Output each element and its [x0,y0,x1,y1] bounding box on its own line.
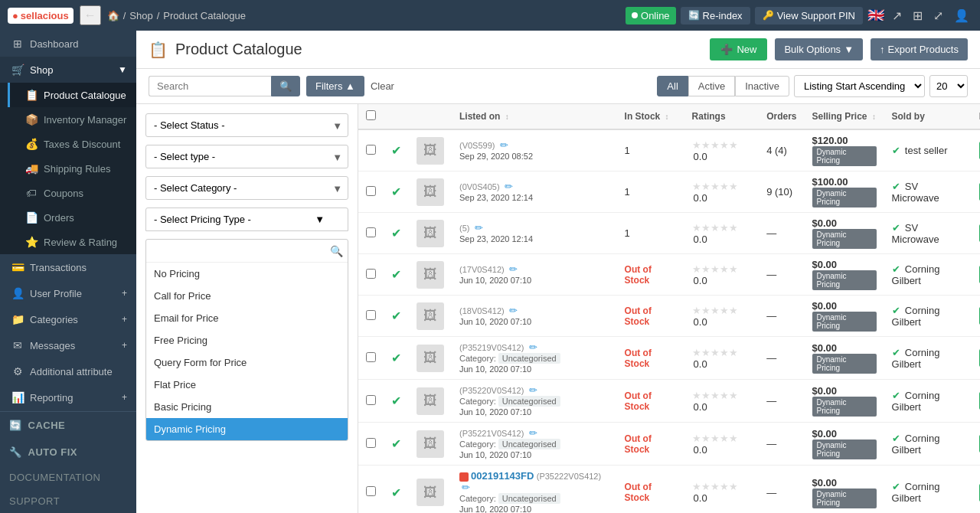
sidebar-item-taxes-discount[interactable]: 💰 Taxes & Discount [8,132,136,156]
out-of-stock-label: Out of Stock [625,348,652,369]
new-button[interactable]: ➕ New [710,38,767,60]
row-checkbox[interactable] [366,395,376,405]
row-checkbox-cell [358,466,384,514]
tab-active[interactable]: Active [688,76,735,96]
sidebar-item-product-catalogue[interactable]: 📋 Product Catalogue [8,83,136,107]
product-link[interactable]: 002191143FD [471,470,534,482]
autofix-button[interactable]: 🔧 AUTO FIX [0,439,136,466]
flag-icon[interactable]: 🇬🇧 [867,7,884,24]
col-listed-on[interactable]: Listed on ↕ [452,104,617,129]
chevron-icon: ▼ [118,64,127,75]
option-basic-pricing[interactable]: Basic Pricing [146,396,348,418]
option-flat-price[interactable]: Flat Price [146,374,348,396]
product-image-placeholder: 🖼 [423,184,437,200]
filters-button[interactable]: Filters ▲ [306,76,364,96]
option-call-for-price[interactable]: Call for Price [146,285,348,307]
row-checkbox[interactable] [366,227,376,237]
row-checkbox[interactable] [366,269,376,279]
type-filter[interactable]: - Select type - [145,145,348,168]
back-button[interactable]: ← [80,5,101,25]
option-email-for-price[interactable]: Email for Price [146,307,348,329]
sidebar-item-categories[interactable]: 📁 Categories + [0,306,136,332]
clear-button[interactable]: Clear [371,80,394,92]
col-status [384,104,409,129]
sidebar-item-user-profile[interactable]: 👤 User Profile + [0,280,136,306]
row-orders-cell: — [759,423,804,466]
star-icon: ★ [701,181,710,192]
sidebar-item-dashboard[interactable]: ⊞ Dashboard [0,31,136,57]
option-no-pricing[interactable]: No Pricing [146,263,348,285]
row-product-cell: 002191143FD (P35222V0S412) ✏ Category: U… [452,466,617,514]
pricing-type-badge: Dynamic Pricing [812,188,877,207]
row-checkbox[interactable] [366,486,376,496]
edit-icon[interactable]: ✏ [529,384,537,396]
sidebar-item-transactions[interactable]: 💳 Transactions [0,254,136,280]
search-input[interactable] [149,76,271,96]
sidebar-item-reporting[interactable]: 📊 Reporting + [0,384,136,410]
option-free-pricing[interactable]: Free Pricing [146,329,348,351]
row-thumb-cell: 🖼 [409,380,452,423]
online-status-button[interactable]: Online [626,7,676,25]
orders-value: — [766,487,776,498]
row-thumb-cell: 🖼 [409,254,452,296]
grid-icon[interactable]: ⊞ [910,7,926,25]
user-icon[interactable]: 👤 [951,7,972,25]
edit-icon[interactable]: ✏ [500,139,508,151]
col-in-stock[interactable]: In Stock ↕ [617,104,684,129]
logo[interactable]: ● sellacious [8,8,74,24]
col-selling-price[interactable]: Selling Price ↕ [805,104,884,129]
reindex-button[interactable]: 🔄 Re-index [681,7,750,25]
documentation-link[interactable]: DOCUMENTATION [0,466,136,489]
category-filter[interactable]: - Select Category - [145,176,348,200]
sidebar-item-inventory-manager[interactable]: 📦 Inventory Manager [8,107,136,132]
sidebar-item-messages[interactable]: ✉ Messages + [0,332,136,358]
sidebar-item-shipping-rules[interactable]: 🚚 Shipping Rules [8,156,136,181]
tab-inactive[interactable]: Inactive [735,76,789,96]
sidebar-item-coupons[interactable]: 🏷 Coupons [8,181,136,205]
per-page-select[interactable]: 20 50 100 [929,75,968,97]
edit-icon[interactable]: ✏ [505,181,513,192]
row-checkbox-cell [358,296,384,337]
external-link-icon[interactable]: ↗ [889,7,905,25]
product-sku: (P35222V0S412) [537,472,601,481]
filter-bar: 🔍 Filters ▲ Clear All Active Inactive Li… [136,69,980,104]
select-all-checkbox[interactable] [366,110,376,120]
support-pin-button[interactable]: 🔑 View Support PIN [755,7,863,25]
home-icon[interactable]: 🏠 [107,10,119,21]
row-checkbox[interactable] [366,186,376,196]
sidebar-item-shop[interactable]: 🛒 Shop ▼ [0,57,136,83]
category-label: Category: [459,397,498,406]
edit-icon[interactable]: ✏ [509,305,518,316]
sidebar-item-review-rating[interactable]: ⭐ Review & Rating [8,230,136,254]
bulk-options-button[interactable]: Bulk Options ▼ [775,38,863,60]
plus-icon: ➕ [720,44,733,55]
breadcrumb-shop[interactable]: Shop [129,10,152,21]
option-query-form[interactable]: Query Form for Price [146,351,348,374]
row-checkbox[interactable] [366,438,376,448]
row-checkbox[interactable] [366,310,376,320]
cache-button[interactable]: 🔄 CACHE [0,412,136,439]
row-thumb-cell: 🖼 [409,423,452,466]
row-checkbox[interactable] [366,145,376,155]
edit-icon[interactable]: ✏ [529,427,537,439]
pricing-filter-header[interactable]: - Select Pricing Type - ▼ [145,207,348,231]
dropdown-search-input[interactable] [151,243,330,259]
main-layout: ⊞ Dashboard 🛒 Shop ▼ 📋 Product Catalogue… [0,31,980,513]
sidebar-item-additional-attribute[interactable]: ⚙ Additional attribute [0,358,136,384]
edit-icon[interactable]: ✏ [475,222,483,234]
edit-icon[interactable]: ✏ [529,341,537,353]
support-link[interactable]: SUPPORT [0,489,136,513]
status-filter[interactable]: - Select Status - [145,113,348,137]
search-button[interactable]: 🔍 [271,76,300,96]
export-products-button[interactable]: ↑ Export Products [871,38,968,60]
edit-icon[interactable]: ✏ [509,263,518,275]
sidebar-item-orders[interactable]: 📄 Orders [8,205,136,230]
edit-icon[interactable]: ✏ [462,482,470,493]
expand-icon[interactable]: ⤢ [930,7,946,25]
autofix-label: AUTO FIX [28,446,77,458]
star-icon: ★ [710,305,720,316]
sort-select[interactable]: Listing Start Ascending [794,75,925,97]
option-dynamic-pricing[interactable]: Dynamic Pricing [146,418,348,440]
row-checkbox[interactable] [366,352,376,362]
tab-all[interactable]: All [657,76,688,96]
